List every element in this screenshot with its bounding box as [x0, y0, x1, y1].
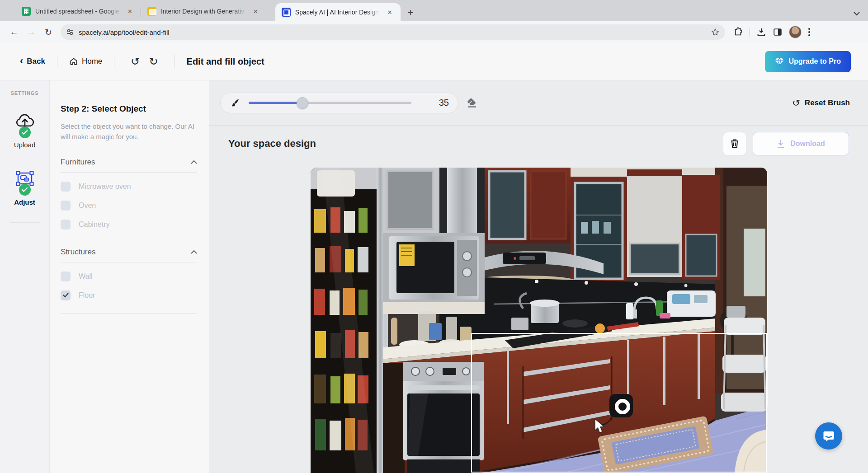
redo-icon[interactable]: ↻: [144, 55, 162, 68]
checkbox-label: Oven: [79, 201, 96, 210]
eraser-icon: [467, 98, 477, 108]
sidebar-item-upload[interactable]: Upload: [14, 111, 36, 149]
rail-divider: [10, 222, 40, 223]
site-settings-icon[interactable]: [66, 28, 74, 36]
back-button[interactable]: ‹ Back: [20, 56, 45, 66]
google-slides-icon: [147, 7, 156, 16]
tab-title: Spacely AI | AI Interior Design: [295, 9, 381, 16]
google-sheets-icon: [22, 7, 31, 16]
brush-size-value: 35: [439, 98, 449, 108]
home-icon: [69, 57, 78, 66]
design-header: Your space design Download: [209, 132, 868, 155]
tab-title: Untitled spreadsheet - Google: [35, 8, 121, 15]
side-panel-icon[interactable]: [773, 27, 783, 37]
browser-menu-icon[interactable]: [808, 27, 811, 37]
checkbox-label: Floor: [79, 291, 95, 300]
checkbox[interactable]: [61, 182, 71, 192]
profile-avatar[interactable]: [789, 26, 802, 38]
undo-icon[interactable]: ↺: [126, 55, 144, 68]
back-label: Back: [27, 57, 45, 66]
sidebar-item-adjust[interactable]: Adjust: [14, 169, 36, 206]
reload-icon[interactable]: ↻: [41, 24, 56, 40]
slider-fill: [249, 102, 302, 104]
checkbox-wall[interactable]: Wall: [61, 272, 197, 281]
chevron-up-icon: [191, 250, 197, 254]
toolbar-divider: [750, 28, 750, 37]
brush-size-slider[interactable]: [249, 102, 411, 104]
upgrade-to-pro-button[interactable]: Upgrade to Pro: [765, 51, 851, 72]
adjust-label: Adjust: [14, 198, 35, 206]
home-label: Home: [82, 57, 102, 66]
brush-toolbar: 35 ↺ Reset Brush: [209, 80, 868, 126]
chat-launcher-button[interactable]: [815, 422, 842, 450]
header-divider: [57, 55, 57, 68]
page-title: Edit and fill object: [187, 56, 264, 67]
tab-search-chevron-icon[interactable]: [854, 12, 860, 16]
upload-label: Upload: [14, 141, 36, 149]
tab-spacely-active[interactable]: Spacely AI | AI Interior Design ✕: [275, 3, 401, 21]
close-icon[interactable]: ✕: [386, 8, 394, 17]
checkbox[interactable]: [61, 220, 71, 229]
bookmark-star-icon[interactable]: [711, 28, 720, 37]
checkbox-oven[interactable]: Oven: [61, 201, 197, 211]
checkbox-label: Wall: [79, 272, 93, 281]
brush-icon[interactable]: [230, 98, 241, 108]
download-label: Download: [790, 140, 825, 148]
checkbox[interactable]: [61, 201, 71, 211]
slider-thumb[interactable]: [297, 97, 308, 109]
adjust-done-badge: [19, 184, 31, 196]
design-title: Your space design: [228, 138, 316, 150]
tab-interior-design[interactable]: Interior Design with Generativ ✕: [141, 2, 266, 20]
back-icon[interactable]: ←: [6, 24, 22, 40]
gem-icon: [775, 58, 784, 66]
reset-brush-button[interactable]: ↺ Reset Brush: [792, 98, 850, 108]
new-tab-button[interactable]: +: [408, 8, 414, 18]
forward-icon[interactable]: →: [24, 24, 39, 40]
browser-tabstrip: Untitled spreadsheet - Google ✕ Interior…: [0, 0, 868, 21]
url-text: spacely.ai/app/tool/edit-and-fill: [79, 28, 711, 36]
spacely-icon: [282, 8, 291, 17]
select-object-panel: Step 2: Select Object Select the object …: [50, 80, 209, 473]
address-bar[interactable]: spacely.ai/app/tool/edit-and-fill: [61, 24, 725, 40]
extensions-icon[interactable]: [733, 27, 743, 37]
group-furnitures[interactable]: Furnitures: [61, 158, 197, 173]
group-name: Structures: [61, 248, 95, 257]
reset-brush-label: Reset Brush: [805, 98, 850, 108]
checkbox-checked[interactable]: [61, 290, 71, 300]
delete-design-button[interactable]: [723, 132, 746, 155]
reset-icon: ↺: [792, 98, 800, 108]
trash-icon: [730, 138, 740, 149]
header-divider: [114, 55, 114, 68]
checkbox-floor[interactable]: Floor: [61, 290, 197, 300]
space-design-image[interactable]: [311, 168, 767, 473]
upgrade-label: Upgrade to Pro: [788, 57, 841, 66]
download-icon: [777, 140, 785, 148]
checkbox-label: Microwave oven: [79, 183, 131, 191]
group-structures[interactable]: Structures: [61, 248, 197, 262]
checkbox[interactable]: [61, 272, 71, 281]
toolbar-actions: [733, 26, 811, 38]
close-icon[interactable]: ✕: [251, 7, 260, 16]
header-divider: [175, 55, 175, 68]
panel-description: Select the object you want to change. Ou…: [61, 121, 197, 142]
home-button[interactable]: Home: [69, 57, 102, 66]
chat-bubble-icon: [822, 430, 835, 442]
upload-done-badge: [19, 126, 31, 138]
chevron-up-icon: [191, 160, 197, 164]
download-button[interactable]: Download: [753, 132, 849, 155]
kitchen-photo: [311, 168, 767, 473]
checkbox-microwave-oven[interactable]: Microwave oven: [61, 182, 197, 192]
downloads-icon[interactable]: [756, 27, 766, 37]
settings-rail: SETTINGS Upload: [0, 80, 50, 473]
app-header: ‹ Back Home ↺ ↻ Edit and fill object Upg…: [0, 43, 868, 80]
main-area: 35 ↺ Reset Brush Your space design: [209, 80, 868, 473]
eraser-button[interactable]: [467, 98, 477, 108]
checkbox-cabinetry[interactable]: Cabinetry: [61, 220, 197, 229]
chevron-left-icon: ‹: [20, 56, 23, 66]
browser-toolbar: ← → ↻ spacely.ai/app/tool/edit-and-fill: [0, 21, 868, 43]
panel-title: Step 2: Select Object: [61, 104, 197, 114]
tab-spreadsheet[interactable]: Untitled spreadsheet - Google ✕: [15, 2, 141, 20]
close-icon[interactable]: ✕: [126, 7, 134, 16]
brush-size-control: 35: [220, 93, 458, 113]
checkbox-label: Cabinetry: [79, 220, 109, 229]
